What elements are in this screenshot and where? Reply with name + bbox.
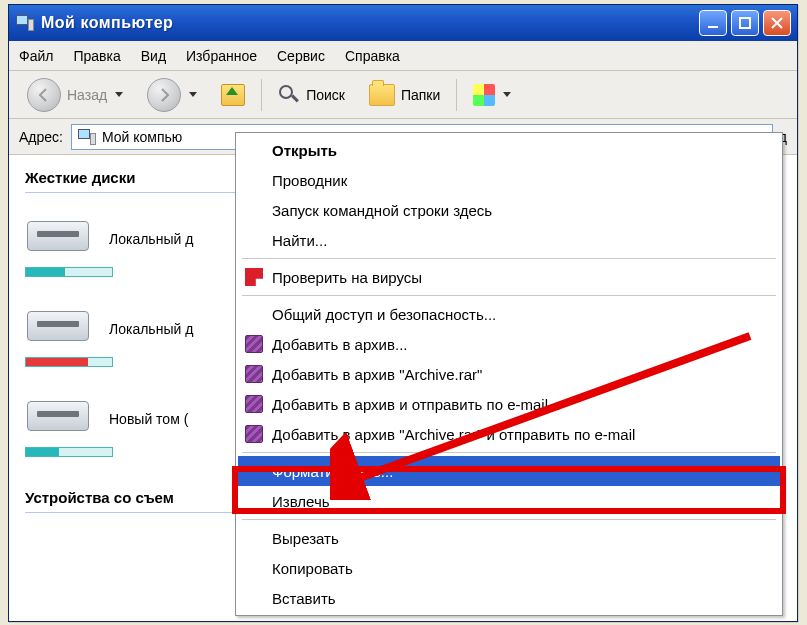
- views-icon: [473, 84, 495, 106]
- ctx-explorer[interactable]: Проводник: [238, 165, 780, 195]
- ctx-rar-add[interactable]: Добавить в архив...: [238, 329, 780, 359]
- address-label: Адрес:: [19, 129, 63, 145]
- toolbar: Назад Поиск Папки: [9, 71, 797, 119]
- window-controls: [699, 10, 791, 36]
- folders-label: Папки: [401, 87, 440, 103]
- folders-button[interactable]: Папки: [361, 80, 448, 110]
- drive-usage-bar: [25, 267, 113, 277]
- folder-icon: [369, 84, 395, 106]
- back-arrow-icon: [27, 78, 61, 112]
- svg-rect-1: [740, 18, 750, 28]
- svg-rect-0: [708, 26, 718, 28]
- back-label: Назад: [67, 87, 107, 103]
- chevron-down-icon: [189, 92, 197, 97]
- up-folder-icon: [221, 84, 245, 106]
- hdd-icon: [25, 305, 95, 353]
- menu-file[interactable]: Файл: [19, 48, 53, 64]
- winrar-icon: [244, 364, 264, 384]
- separator: [242, 258, 776, 259]
- forward-button[interactable]: [139, 74, 205, 116]
- minimize-button[interactable]: [699, 10, 727, 36]
- back-button[interactable]: Назад: [19, 74, 131, 116]
- context-menu: Открыть Проводник Запуск командной строк…: [235, 132, 783, 616]
- maximize-button[interactable]: [731, 10, 759, 36]
- ctx-find[interactable]: Найти...: [238, 225, 780, 255]
- forward-arrow-icon: [147, 78, 181, 112]
- up-dir-button[interactable]: [213, 80, 253, 110]
- chevron-down-icon: [503, 92, 511, 97]
- search-icon: [278, 84, 300, 106]
- drive-usage-bar: [25, 447, 113, 457]
- window-title: Мой компьютер: [41, 14, 699, 32]
- title-bar[interactable]: Мой компьютер: [9, 5, 797, 41]
- ctx-cmd-here[interactable]: Запуск командной строки здесь: [238, 195, 780, 225]
- winrar-icon: [244, 424, 264, 444]
- drive-usage-bar: [25, 357, 113, 367]
- ctx-paste[interactable]: Вставить: [238, 583, 780, 613]
- menu-view[interactable]: Вид: [141, 48, 166, 64]
- chevron-down-icon: [115, 92, 123, 97]
- ctx-format[interactable]: Форматировать...: [238, 456, 780, 486]
- winrar-icon: [244, 334, 264, 354]
- menu-bar: Файл Правка Вид Избранное Сервис Справка: [9, 41, 797, 71]
- ctx-eject[interactable]: Извлечь: [238, 486, 780, 516]
- search-label: Поиск: [306, 87, 345, 103]
- ctx-cut[interactable]: Вырезать: [238, 523, 780, 553]
- computer-icon: [78, 129, 96, 145]
- ctx-rar-add-email[interactable]: Добавить в архив и отправить по e-mail..…: [238, 389, 780, 419]
- search-button[interactable]: Поиск: [270, 80, 353, 110]
- menu-edit[interactable]: Правка: [73, 48, 120, 64]
- drive-label: Локальный д: [109, 321, 193, 337]
- ctx-rar-add-named[interactable]: Добавить в архив "Archive.rar": [238, 359, 780, 389]
- address-value: Мой компью: [102, 129, 182, 145]
- app-icon: [15, 13, 35, 33]
- drive-label: Новый том (: [109, 411, 188, 427]
- views-button[interactable]: [465, 80, 519, 110]
- ctx-copy[interactable]: Копировать: [238, 553, 780, 583]
- menu-help[interactable]: Справка: [345, 48, 400, 64]
- separator: [242, 519, 776, 520]
- separator: [242, 295, 776, 296]
- close-button[interactable]: [763, 10, 791, 36]
- hdd-icon: [25, 395, 95, 443]
- ctx-open[interactable]: Открыть: [238, 135, 780, 165]
- kaspersky-icon: [244, 267, 264, 287]
- ctx-rar-add-named-email[interactable]: Добавить в архив "Archive.rar" и отправи…: [238, 419, 780, 449]
- separator: [242, 452, 776, 453]
- winrar-icon: [244, 394, 264, 414]
- hdd-icon: [25, 215, 95, 263]
- ctx-antivirus[interactable]: Проверить на вирусы: [238, 262, 780, 292]
- ctx-sharing[interactable]: Общий доступ и безопасность...: [238, 299, 780, 329]
- drive-label: Локальный д: [109, 231, 193, 247]
- menu-favorites[interactable]: Избранное: [186, 48, 257, 64]
- menu-tools[interactable]: Сервис: [277, 48, 325, 64]
